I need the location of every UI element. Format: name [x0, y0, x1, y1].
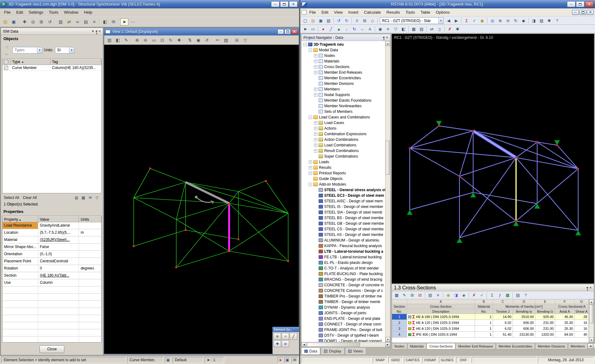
help-icon[interactable]: ? — [553, 17, 561, 24]
tree-item[interactable]: JOINTS - Design of joints — [302, 310, 390, 316]
menu-view[interactable]: View — [331, 9, 345, 16]
section-description[interactable]: IPE 400 | DIN 1025-5:1994 — [407, 332, 475, 338]
child-close-button[interactable]: ✕ — [587, 10, 594, 15]
zoom-window-icon[interactable]: ▭ — [150, 36, 158, 44]
zoom-out-icon[interactable]: ⊖ — [141, 36, 150, 44]
expand-icon[interactable]: + — [314, 65, 317, 69]
connection-status[interactable]: ● — [278, 357, 283, 363]
display-properties-icon[interactable]: ≡ — [384, 26, 392, 32]
tree-item[interactable]: DOWEL - Design of dowel connect — [302, 338, 390, 342]
tree-item[interactable]: +Materials — [302, 58, 390, 64]
vertical-scrollbar[interactable]: ▲ ▼ — [385, 41, 390, 342]
move-copy-icon[interactable]: ⇄ — [428, 26, 436, 32]
scroll-up-icon[interactable]: ▲ — [589, 299, 594, 304]
scroll-thumb[interactable] — [589, 305, 593, 323]
tree-item[interactable]: −Load Cases and Combinations — [302, 114, 390, 120]
check-all-checkbox[interactable]: ✓ — [4, 60, 8, 64]
property-value[interactable]: Column — [38, 279, 79, 286]
scroll-right-icon[interactable]: ▶ — [385, 342, 390, 347]
tree-item[interactable]: +Member End Releases — [302, 70, 390, 75]
expand-icon[interactable]: + — [314, 149, 317, 153]
tree-item[interactable]: STEEL IS - Design of steel member — [302, 204, 390, 210]
home-icon[interactable]: ⌂ — [3, 43, 11, 50]
select-arrow-icon[interactable]: ➤ — [302, 26, 309, 32]
model-viewport[interactable]: RC1 : GZT (STR/GEO) - Ständig / vorüberg… — [392, 34, 594, 283]
pan-view-icon[interactable]: ✚ — [21, 18, 29, 25]
table-tab-cross-sections[interactable]: Cross-Sections — [427, 343, 455, 349]
table-help-icon[interactable]: ? — [522, 292, 529, 298]
undo-view-icon[interactable]: ↺ — [203, 36, 211, 44]
tree-item[interactable]: KAPPA - Flexural buckling analysis — [302, 243, 390, 249]
status-displayset[interactable]: Default — [172, 357, 203, 363]
clear-all-button[interactable]: Clear All — [23, 196, 37, 200]
copy-view-icon[interactable]: ⊟ — [233, 36, 241, 44]
panel-close-icon[interactable]: ✕ — [99, 30, 101, 33]
tree-item[interactable]: −3D-Tragwerk neu — [302, 42, 390, 47]
toggle-cartes[interactable]: CARTES — [404, 357, 421, 363]
horizontal-scrollbar[interactable]: ◀ ▶ — [302, 342, 390, 347]
fit-view-icon[interactable]: ⊡ — [158, 36, 166, 44]
menu-help[interactable]: Help — [81, 9, 95, 16]
tree-item[interactable]: EL-PL - Elastic-plastic design — [302, 260, 390, 265]
title-bar[interactable]: RSTAB 8.01.0073 (64bit) - [3D-Tragwerk n… — [300, 0, 595, 8]
expand-icon[interactable]: + — [314, 71, 317, 74]
tree-item[interactable]: +Loads — [302, 159, 390, 165]
previous-page-icon[interactable]: ◀ — [593, 343, 595, 349]
tree-item[interactable]: CONNECT - Design of shear conn — [302, 321, 390, 327]
panel-menu-icon[interactable]: ▼ — [91, 30, 95, 33]
tree-item[interactable]: C-TO-T - Analysis of limit slender — [302, 265, 390, 271]
tree-item[interactable]: CONCRETE - Design of concrete m — [302, 282, 390, 288]
rotate-view-icon[interactable]: ↻ — [512, 17, 519, 24]
tree-item[interactable]: Member Nonlinearities — [302, 103, 390, 109]
tree-item[interactable]: +Combination Expressions — [302, 131, 390, 137]
settings-icon[interactable]: ✱ — [546, 17, 553, 24]
new-model-icon[interactable]: ▢ — [302, 17, 309, 24]
section-colors-icon[interactable]: ◨ — [452, 292, 460, 298]
edit-section-icon[interactable]: ✎ — [401, 292, 408, 298]
sub-header[interactable]: Bending Iz — [535, 309, 555, 314]
navigator-tab-data[interactable]: Data — [301, 348, 320, 355]
column-header-check[interactable]: ✓ — [2, 59, 11, 65]
clip-volume-icon[interactable]: ✂ — [214, 36, 222, 44]
new-member-icon[interactable]: ╱ — [327, 26, 335, 32]
scroll-thumb[interactable] — [386, 141, 390, 175]
tree-item[interactable]: ALUMINIUM - Design of aluminiu — [302, 237, 390, 243]
tree-item[interactable]: Guide Objects — [302, 176, 390, 182]
menu-settings[interactable]: Settings — [26, 9, 46, 16]
section-number[interactable]: 4 — [392, 332, 407, 338]
excel-export-icon[interactable]: ▦ — [504, 292, 511, 298]
toggle-grid[interactable]: GRID — [388, 357, 403, 363]
tree-item[interactable]: +Cross-Sections — [302, 64, 390, 70]
print-table-icon[interactable]: ▤ — [514, 292, 522, 298]
scroll-left-icon[interactable]: ◀ — [302, 342, 307, 347]
view-filter-icon[interactable]: ▽ — [241, 36, 249, 44]
tree-item[interactable]: STEEL AISC - Design of steel mem — [302, 198, 390, 204]
check-model-icon[interactable]: ✓ — [471, 17, 478, 24]
print-icon[interactable]: ▤ — [73, 195, 80, 200]
menu-insert[interactable]: Insert — [345, 9, 361, 16]
tree-item[interactable]: STEEL CS - Design of steel membe — [302, 226, 390, 232]
reject-icon[interactable]: ✗ — [470, 292, 478, 298]
numbering-icon[interactable]: # — [353, 17, 361, 24]
tree-item[interactable]: +Nodes — [302, 53, 390, 58]
tree-item[interactable]: +Load Combinations — [302, 142, 390, 148]
zoom-icon[interactable]: ◎ — [489, 17, 496, 24]
new-moment-icon[interactable]: ↻ — [351, 26, 358, 32]
tree-item[interactable]: +Load Cases — [302, 120, 390, 126]
sort-icon[interactable]: ≡ — [434, 292, 442, 298]
pin-icon[interactable] — [96, 30, 97, 32]
tree-item[interactable]: FRAME-JOINT Pro - Design of bolt — [302, 327, 390, 333]
minimize-button[interactable]: ─ — [271, 1, 279, 7]
fit-view-icon[interactable]: ⊞ — [37, 18, 45, 25]
tree-item[interactable]: Member Divisions — [302, 81, 390, 86]
rotate-view-icon[interactable]: ↻ — [167, 36, 175, 44]
report-icon[interactable]: ▤ — [82, 18, 90, 25]
section-number[interactable]: 3 — [392, 326, 407, 332]
title-bar[interactable]: 3D-Tragwerk neu1.ism.dgn [ISM 3.0] - Str… — [0, 0, 299, 8]
property-row[interactable]: Location(5,7,-7.5,2.85)(5,...m — [2, 229, 101, 237]
delete-row-icon[interactable]: ⊟ — [416, 292, 424, 298]
expand-icon[interactable]: + — [314, 60, 317, 63]
tree-item[interactable]: +Results — [302, 165, 390, 170]
collapse-icon[interactable]: − — [303, 43, 307, 46]
cross-sections-title-bar[interactable]: 1.3 Cross-Sections ✕ — [392, 284, 594, 291]
